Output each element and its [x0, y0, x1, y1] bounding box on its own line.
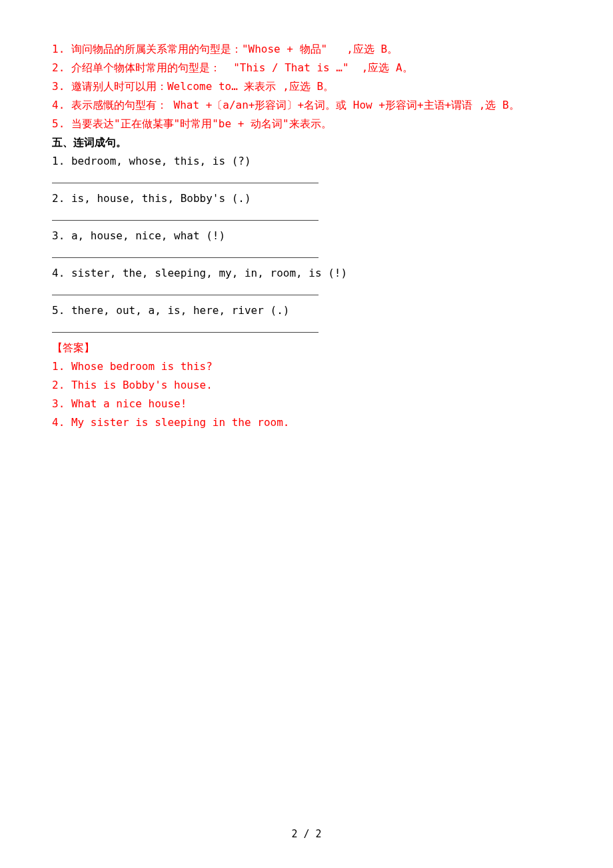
- intro-line-5: 5. 当要表达"正在做某事"时常用"be + 动名词"来表示。: [52, 115, 561, 133]
- question-3: 3. a, house, nice, what (!): [52, 227, 561, 245]
- question-2: 2. is, house, this, Bobby's (.): [52, 189, 561, 208]
- intro-line-3: 3. 邀请别人时可以用：Welcome to… 来表示 ,应选 B。: [52, 77, 561, 96]
- answer-4: 4. My sister is sleeping in the room.: [52, 413, 561, 432]
- page: 1. 询问物品的所属关系常用的句型是："Whose + 物品" ,应选 B。 2…: [0, 0, 613, 868]
- answer-3: 3. What a nice house!: [52, 395, 561, 413]
- page-footer: 2 / 2: [0, 825, 613, 843]
- answers-label: 【答案】: [52, 339, 561, 357]
- section-title: 五、连词成句。: [52, 133, 561, 152]
- question-1: 1. bedroom, whose, this, is (?): [52, 152, 561, 171]
- intro-line-1: 1. 询问物品的所属关系常用的句型是："Whose + 物品" ,应选 B。: [52, 40, 561, 59]
- answer-blank-1: [52, 171, 561, 189]
- answer-1: 1. Whose bedroom is this?: [52, 357, 561, 376]
- answer-blank-3: [52, 245, 561, 264]
- intro-line-4: 4. 表示感慨的句型有： What +〔a/an+形容词〕+名词。或 How +…: [52, 96, 561, 115]
- answer-blank-5: [52, 320, 561, 339]
- question-4: 4. sister, the, sleeping, my, in, room, …: [52, 264, 561, 283]
- answer-blank-4: [52, 283, 561, 301]
- answer-2: 2. This is Bobby's house.: [52, 376, 561, 395]
- intro-line-2: 2. 介绍单个物体时常用的句型是： "This / That is …" ,应选…: [52, 59, 561, 77]
- answer-blank-2: [52, 208, 561, 227]
- question-5: 5. there, out, a, is, here, river (.): [52, 301, 561, 320]
